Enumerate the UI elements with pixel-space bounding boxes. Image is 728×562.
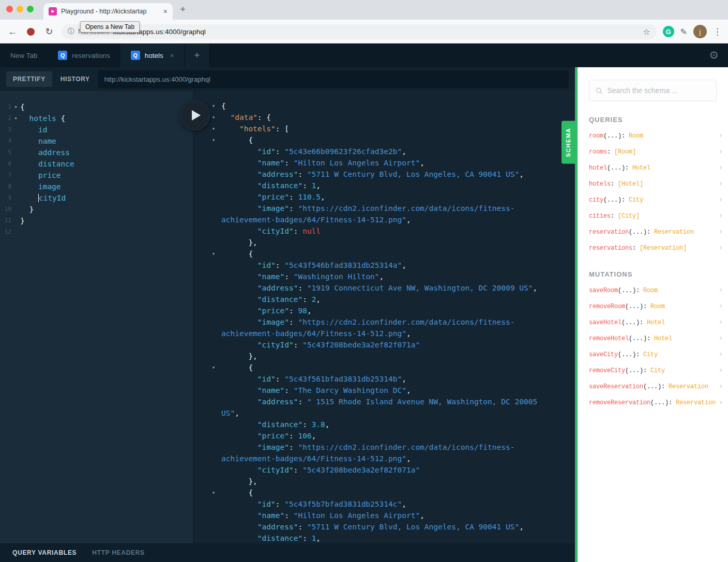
schema-field-row[interactable]: removeHotel(...):Hotel› xyxy=(578,330,728,346)
field-type: Room xyxy=(650,303,665,310)
schema-field-row[interactable]: removeReservation(...):Reservation› xyxy=(578,394,728,411)
result-code-line: ▾ { xyxy=(193,248,575,260)
result-code-line: "image": "https://cdn2.iconfinder.com/da… xyxy=(193,203,575,214)
settings-gear-icon[interactable]: ⚙ xyxy=(709,49,719,62)
fold-caret-icon[interactable]: ▾ xyxy=(212,100,215,112)
schema-field-row[interactable]: city(...):City› xyxy=(578,192,728,208)
new-tab-button[interactable]: + xyxy=(180,4,186,15)
field-name: hotel xyxy=(589,164,607,172)
address-bar[interactable]: ⓘ Not secure kickstartapps.us:4000/graph… xyxy=(62,24,657,39)
code-token: "data" xyxy=(230,113,257,121)
code-text: { xyxy=(221,363,253,372)
schema-field-row[interactable]: removeCity(...):City› xyxy=(578,362,728,378)
session-tab-hotels[interactable]: Q hotels × xyxy=(120,43,185,67)
prettify-button[interactable]: PRETTIFY xyxy=(6,71,52,87)
result-code-line: ▾{ xyxy=(193,100,575,112)
schema-field-row[interactable]: cities:[City]› xyxy=(578,208,728,224)
code-token: image xyxy=(38,183,61,191)
schema-search-input[interactable] xyxy=(607,86,710,95)
session-tab-reservations[interactable]: Q reservations xyxy=(48,43,120,67)
pen-extension-icon[interactable]: ✎ xyxy=(680,27,687,37)
schema-field-row[interactable]: removeRoom(...):Room› xyxy=(578,298,728,314)
bookmark-star-icon[interactable]: ☆ xyxy=(643,27,650,37)
code-text: cityId xyxy=(20,192,66,204)
close-session-tab-icon[interactable]: × xyxy=(170,52,174,59)
schema-field-row[interactable]: saveReservation(...):Reservation› xyxy=(578,378,728,394)
code-token xyxy=(221,534,257,542)
code-text: "id": "5c43e66b09623f26cfad3e2b", xyxy=(221,147,406,156)
result-code-line: "distance": 2, xyxy=(193,294,575,305)
playground-favicon-icon xyxy=(49,7,57,16)
query-code-line: 8 image xyxy=(0,181,193,192)
browser-menu-icon[interactable]: ⋮ xyxy=(713,26,722,37)
profile-avatar[interactable]: j xyxy=(693,25,707,38)
field-name: city xyxy=(589,196,603,204)
fold-caret-icon[interactable]: ▾ xyxy=(11,113,20,124)
history-button[interactable]: HISTORY xyxy=(60,75,90,83)
query-editor[interactable]: 1▾{2▾ hotels {3 id4 name5 address6 dista… xyxy=(0,91,193,543)
code-text: id xyxy=(20,124,47,135)
http-headers-tab[interactable]: HTTP HEADERS xyxy=(92,549,145,556)
code-token: cityId xyxy=(39,194,66,202)
code-token xyxy=(221,466,257,474)
result-code-line: "name": "The Darcy Washington DC", xyxy=(193,385,575,396)
code-token xyxy=(221,113,230,121)
code-token: , xyxy=(321,193,325,201)
session-tab-new-tab[interactable]: New Tab xyxy=(0,43,48,67)
query-code-line: 7 price xyxy=(0,170,193,181)
playground-tabbar: New Tab Q reservations Q hotels × + ⚙ xyxy=(0,43,728,67)
field-args: : xyxy=(607,148,611,156)
code-text: achievement-badges/64/Fitness-14-512.png… xyxy=(221,216,411,224)
info-icon[interactable]: ⓘ xyxy=(68,27,74,36)
back-button[interactable]: ← xyxy=(6,26,19,37)
query-variables-tab[interactable]: QUERY VARIABLES xyxy=(12,549,77,556)
result-code-line: "name": "Washington Hilton", xyxy=(193,271,575,282)
fold-caret-icon[interactable]: ▾ xyxy=(212,123,215,134)
fold-caret-icon[interactable]: ▾ xyxy=(212,112,215,123)
result-code-line: }, xyxy=(193,351,575,362)
code-text: "image": "https://cdn2.iconfinder.com/da… xyxy=(221,204,514,212)
schema-field-row[interactable]: saveHotel(...):Hotel› xyxy=(578,314,728,330)
fold-caret-icon[interactable]: ▾ xyxy=(212,248,215,260)
execute-query-button[interactable] xyxy=(180,100,210,130)
code-token: "distance" xyxy=(257,295,302,303)
code-token: "address" xyxy=(257,398,298,406)
schema-field-row[interactable]: rooms:[Room]› xyxy=(578,144,728,160)
schema-field-row[interactable]: saveRoom(...):Room› xyxy=(578,282,728,298)
schema-field-row[interactable]: hotel(...):Hotel› xyxy=(578,160,728,176)
schema-field-row[interactable]: saveCity(...):City› xyxy=(578,346,728,362)
close-tab-icon[interactable]: × xyxy=(163,7,168,16)
schema-search-box[interactable] xyxy=(589,80,717,101)
code-token: "id" xyxy=(257,500,276,508)
fold-caret-icon[interactable]: ▾ xyxy=(11,101,20,113)
schema-field-row[interactable]: reservation(...):Reservation› xyxy=(578,224,728,240)
endpoint-url-input[interactable] xyxy=(98,70,569,88)
fold-caret-icon[interactable]: ▾ xyxy=(212,134,215,146)
red-circle-icon[interactable] xyxy=(27,28,35,36)
result-code-line: "address": " 1515 Rhode Island Avenue NW… xyxy=(193,396,575,407)
browser-tab[interactable]: Playground - http://kickstartap × xyxy=(43,3,173,20)
field-type: Hotel xyxy=(647,319,665,326)
code-token xyxy=(221,432,257,440)
schema-field-row[interactable]: reservations:[Reservation]› xyxy=(578,240,728,256)
fold-caret-icon[interactable]: ▾ xyxy=(212,362,215,373)
close-window-button[interactable] xyxy=(6,6,13,12)
new-session-tab-button[interactable]: + xyxy=(185,43,208,67)
result-code-line: ▾ "hotels": [ xyxy=(193,123,575,134)
schema-tab-button[interactable]: SCHEMA xyxy=(562,121,575,164)
url-text[interactable]: kickstartapps.us:4000/graphql xyxy=(113,28,639,36)
code-text: achievement-badges/64/Fitness-14-512.png… xyxy=(221,329,411,338)
field-name: removeReservation xyxy=(589,399,650,406)
code-token: "5711 W Century Blvd, Los Angeles, CA 90… xyxy=(307,523,519,531)
schema-field-row[interactable]: room(...):Room› xyxy=(578,128,728,144)
fold-caret-icon[interactable]: ▾ xyxy=(212,487,215,498)
code-token: US" xyxy=(221,409,235,417)
schema-field-row[interactable]: hotels:[Hotel]› xyxy=(578,176,728,192)
minimize-window-button[interactable] xyxy=(17,6,23,12)
reload-button[interactable]: ↻ xyxy=(43,26,55,37)
zoom-window-button[interactable] xyxy=(27,6,34,12)
code-token xyxy=(221,511,257,520)
grammarly-extension-icon[interactable]: G xyxy=(663,26,674,37)
field-name: saveHotel xyxy=(589,319,621,326)
query-code-line: 5 address xyxy=(0,147,193,158)
